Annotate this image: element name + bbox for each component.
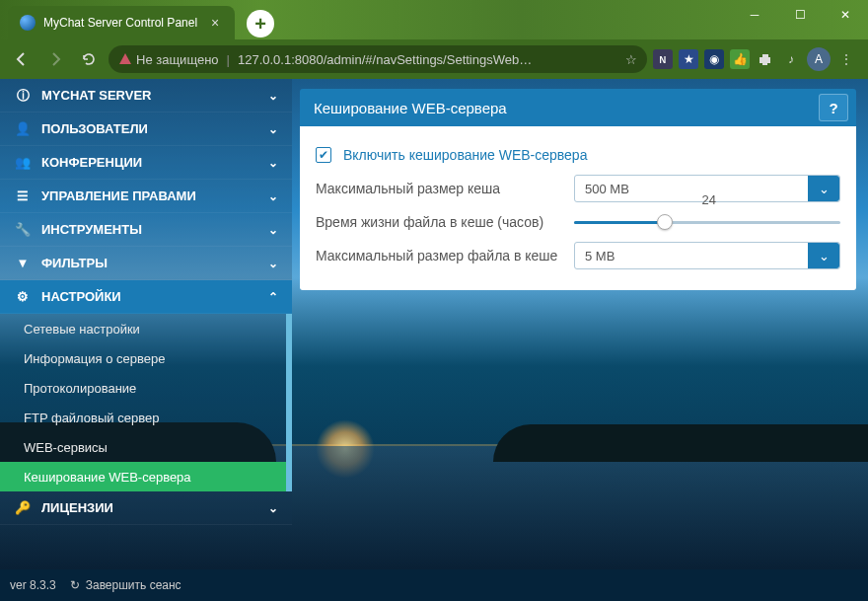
ext-globe-icon[interactable]: ◉ — [704, 49, 724, 69]
logout-button[interactable]: ↻ Завершить сеанс — [70, 578, 181, 592]
sidebar-item-users[interactable]: 👤 ПОЛЬЗОВАТЕЛИ ⌄ — [0, 113, 292, 146]
enable-cache-checkbox[interactable]: ✔ — [316, 147, 331, 163]
tab-title: MyChat Server Control Panel — [43, 16, 197, 30]
url-text: 127.0.0.1:8080/admin/#/navSettings/Setti… — [238, 52, 532, 67]
back-button[interactable] — [8, 45, 36, 73]
close-icon[interactable]: × — [207, 15, 223, 31]
sub-network[interactable]: Сетевые настройки — [0, 314, 292, 343]
sub-web-cache[interactable]: Кеширование WEB-сервера — [0, 462, 292, 491]
chevron-down-icon: ⌄ — [268, 122, 278, 136]
wrench-icon: 🔧 — [14, 222, 32, 237]
sub-server-info[interactable]: Информация о сервере — [0, 343, 292, 373]
max-file-label: Максимальный размер файла в кеше — [316, 248, 562, 263]
insecure-badge: Не защищено — [118, 52, 219, 67]
puzzle-icon[interactable] — [756, 49, 775, 69]
sidebar-item-tools[interactable]: 🔧 ИНСТРУМЕНТЫ ⌄ — [0, 213, 292, 247]
ext-new-icon[interactable]: ɴ — [653, 49, 673, 69]
users-icon: 👥 — [14, 155, 32, 170]
music-icon[interactable]: ♪ — [781, 49, 801, 69]
gears-icon: ⚙ — [14, 289, 32, 304]
chevron-down-icon: ⌄ — [268, 223, 278, 237]
filter-icon: ▼ — [14, 256, 32, 270]
key-icon: 🔑 — [14, 500, 32, 515]
logout-icon: ↻ — [70, 578, 80, 592]
chevron-down-icon: ⌄ — [268, 156, 278, 170]
minimize-button[interactable]: ─ — [732, 0, 777, 30]
chevron-down-icon: ⌄ — [268, 257, 278, 270]
sub-logging[interactable]: Протоколирование — [0, 373, 292, 403]
sidebar-item-rights[interactable]: ☰ УПРАВЛЕНИЕ ПРАВАМИ ⌄ — [0, 180, 292, 213]
address-bar[interactable]: Не защищено | 127.0.0.1:8080/admin/#/nav… — [108, 45, 647, 73]
help-button[interactable]: ? — [819, 94, 848, 121]
chevron-down-icon: ⌄ — [268, 189, 278, 203]
sidebar-item-server[interactable]: ⓘ MYCHAT SERVER ⌄ — [0, 79, 292, 113]
browser-tab[interactable]: MyChat Server Control Panel × — [8, 6, 235, 39]
chevron-down-icon: ⌄ — [808, 176, 839, 201]
content-area: Кеширование WEB-сервера ? ✔ Включить кеш… — [292, 79, 868, 601]
sidebar-item-settings[interactable]: ⚙ НАСТРОЙКИ ⌃ — [0, 280, 292, 314]
extensions-row: ɴ ★ ◉ 👍 ♪ A ⋮ — [653, 47, 860, 71]
menu-icon[interactable]: ⋮ — [836, 49, 856, 69]
list-icon: ☰ — [14, 188, 32, 203]
browser-chrome: MyChat Server Control Panel × + ─ ☐ ✕ Не… — [0, 0, 868, 79]
version-label: ver 8.3.3 — [10, 578, 56, 592]
chevron-up-icon: ⌃ — [268, 290, 278, 304]
sidebar-item-filters[interactable]: ▼ ФИЛЬТРЫ ⌄ — [0, 247, 292, 280]
reload-button[interactable] — [75, 45, 103, 73]
panel-body: ✔ Включить кеширование WEB-сервера Макси… — [300, 126, 856, 290]
user-icon: 👤 — [14, 121, 32, 136]
info-icon: ⓘ — [14, 87, 32, 105]
ttl-slider[interactable]: 24 — [574, 208, 840, 236]
globe-icon — [20, 15, 36, 31]
profile-avatar[interactable]: A — [807, 47, 831, 71]
star-icon[interactable]: ☆ — [625, 52, 637, 67]
ttl-value: 24 — [702, 192, 716, 207]
chevron-down-icon: ⌄ — [268, 501, 278, 515]
ttl-label: Время жизни файла в кеше (часов) — [316, 214, 562, 230]
ext-thumb-icon[interactable]: 👍 — [730, 49, 750, 69]
max-file-select[interactable]: 5 MB ⌄ — [574, 242, 840, 269]
maximize-button[interactable]: ☐ — [777, 0, 823, 30]
sidebar: ⓘ MYCHAT SERVER ⌄ 👤 ПОЛЬЗОВАТЕЛИ ⌄ 👥 КОН… — [0, 79, 292, 601]
sidebar-item-licenses[interactable]: 🔑 ЛИЦЕНЗИИ ⌄ — [0, 491, 292, 525]
chevron-down-icon: ⌄ — [808, 243, 839, 268]
enable-cache-label: Включить кеширование WEB-сервера — [343, 147, 587, 163]
warning-icon — [118, 52, 132, 66]
new-tab-button[interactable]: + — [247, 10, 274, 38]
footer: ver 8.3.3 ↻ Завершить сеанс — [0, 569, 868, 601]
sidebar-item-conferences[interactable]: 👥 КОНФЕРЕНЦИИ ⌄ — [0, 146, 292, 180]
chevron-down-icon: ⌄ — [268, 89, 278, 103]
forward-button[interactable] — [41, 45, 69, 73]
panel-title: Кеширование WEB-сервера — [314, 100, 507, 116]
sub-ftp[interactable]: FTP файловый сервер — [0, 403, 292, 432]
max-cache-label: Максимальный размер кеша — [316, 181, 562, 196]
sidebar-subnav: Сетевые настройки Информация о сервере П… — [0, 314, 292, 491]
sub-web-services[interactable]: WEB-сервисы — [0, 432, 292, 462]
close-window-button[interactable]: ✕ — [823, 0, 868, 30]
panel-header: Кеширование WEB-сервера ? — [300, 89, 856, 126]
ext-star-icon[interactable]: ★ — [679, 49, 698, 69]
